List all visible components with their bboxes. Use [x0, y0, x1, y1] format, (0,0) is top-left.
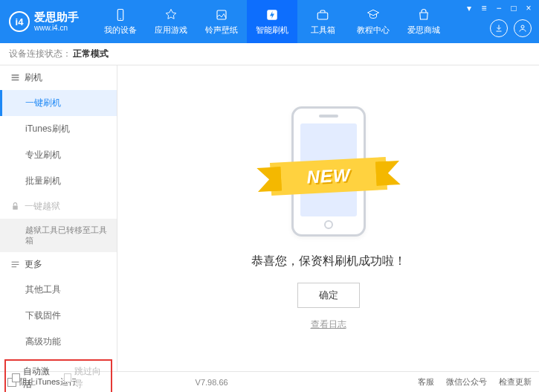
sidebar-item-download-fw[interactable]: 下载固件: [0, 303, 117, 329]
lock-icon: [10, 202, 20, 211]
menu-icon[interactable]: ▾: [463, 3, 475, 13]
app-title: 爱思助手: [34, 11, 79, 24]
svg-rect-11: [12, 264, 19, 265]
svg-rect-8: [12, 80, 19, 81]
logo-area: i4 爱思助手 www.i4.cn: [0, 11, 88, 32]
status-value: 正常模式: [73, 48, 109, 60]
app-header: i4 爱思助手 www.i4.cn 我的设备 应用游戏 铃声壁纸 智能刷机 工具…: [0, 0, 539, 43]
checkbox-skip-guide[interactable]: 跳过向导: [64, 365, 106, 391]
ok-button[interactable]: 确定: [297, 283, 360, 308]
settings-icon[interactable]: ≡: [478, 3, 490, 13]
device-status-bar: 设备连接状态： 正常模式: [0, 43, 539, 65]
tutorial-icon: [366, 7, 381, 22]
nav-toolbox[interactable]: 工具箱: [297, 0, 348, 43]
success-illustration: NEW: [277, 106, 381, 240]
minimize-button[interactable]: −: [493, 3, 505, 13]
user-button[interactable]: [514, 19, 532, 37]
svg-point-1: [120, 19, 121, 20]
version-label: V7.98.66: [196, 378, 228, 387]
store-icon: [416, 7, 431, 22]
header-actions: [490, 19, 532, 37]
footer-wechat[interactable]: 微信公众号: [446, 376, 487, 388]
flash-icon: [265, 7, 280, 22]
more-icon: [10, 260, 20, 269]
list-icon: [10, 73, 20, 83]
ribbon-text: NEW: [306, 164, 350, 187]
svg-rect-7: [12, 77, 19, 78]
window-controls: ▾ ≡ − □ ×: [463, 3, 535, 13]
svg-rect-9: [13, 205, 18, 209]
sidebar-item-batch[interactable]: 批量刷机: [0, 168, 117, 194]
sidebar-item-oneclick[interactable]: 一键刷机: [0, 90, 117, 116]
nav-apps[interactable]: 应用游戏: [146, 0, 196, 43]
svg-point-5: [521, 25, 524, 28]
sidebar-group-more[interactable]: 更多: [0, 252, 117, 277]
footer-update[interactable]: 检查更新: [499, 376, 532, 388]
main-nav: 我的设备 应用游戏 铃声壁纸 智能刷机 工具箱 教程中心 爱思商城: [95, 0, 449, 43]
nav-tutorial[interactable]: 教程中心: [348, 0, 398, 43]
view-log-link[interactable]: 查看日志: [311, 318, 346, 331]
highlighted-options: 自动激活 跳过向导: [4, 359, 112, 392]
close-button[interactable]: ×: [523, 3, 535, 13]
nav-ringtones[interactable]: 铃声壁纸: [196, 0, 247, 43]
sidebar-group-flash[interactable]: 刷机: [0, 65, 117, 90]
logo-icon: i4: [9, 11, 30, 32]
sidebar-group-jailbreak: 一键越狱: [0, 194, 117, 219]
sidebar-item-pro[interactable]: 专业刷机: [0, 142, 117, 168]
sidebar-item-other[interactable]: 其他工具: [0, 277, 117, 303]
nav-flash[interactable]: 智能刷机: [247, 0, 297, 43]
footer-support[interactable]: 客服: [418, 376, 434, 388]
main-content: NEW 恭喜您，保资料刷机成功啦！ 确定 查看日志: [117, 65, 539, 371]
svg-rect-10: [12, 261, 19, 262]
sidebar-item-advanced[interactable]: 高级功能: [0, 329, 117, 355]
wallpaper-icon: [214, 7, 229, 22]
svg-rect-12: [12, 266, 17, 267]
sidebar-jailbreak-note: 越狱工具已转移至工具箱: [0, 219, 117, 252]
svg-rect-6: [12, 74, 19, 76]
app-website: www.i4.cn: [34, 24, 79, 32]
toolbox-icon: [315, 7, 330, 22]
maximize-button[interactable]: □: [508, 3, 520, 13]
status-label: 设备连接状态：: [9, 48, 71, 60]
sidebar: 刷机 一键刷机 iTunes刷机 专业刷机 批量刷机 一键越狱 越狱工具已转移至…: [0, 65, 117, 371]
nav-my-device[interactable]: 我的设备: [95, 0, 146, 43]
svg-rect-4: [317, 13, 328, 19]
success-message: 恭喜您，保资料刷机成功啦！: [251, 254, 406, 269]
sidebar-item-itunes[interactable]: iTunes刷机: [0, 116, 117, 142]
checkbox-auto-activate[interactable]: 自动激活: [12, 365, 54, 391]
nav-store[interactable]: 爱思商城: [398, 0, 449, 43]
download-button[interactable]: [490, 19, 508, 37]
apps-icon: [164, 7, 178, 22]
device-icon: [113, 7, 128, 22]
